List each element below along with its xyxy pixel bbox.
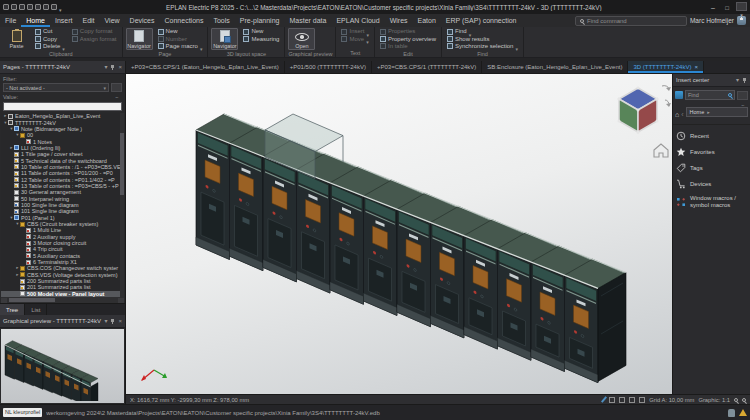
scroll-right-icon[interactable] — [118, 298, 124, 303]
more-options-button[interactable] — [737, 91, 748, 100]
pin-icon[interactable] — [742, 76, 747, 84]
user-account[interactable]: Marc Hofmeijer — [690, 14, 746, 27]
panel-dropdown-icon[interactable] — [104, 61, 107, 74]
save-icon[interactable] — [19, 4, 25, 10]
panel-menu-button[interactable] — [736, 2, 747, 11]
in-table-button[interactable]: In table — [378, 43, 438, 50]
lock-icon[interactable] — [619, 397, 625, 403]
view-cube[interactable] — [618, 87, 659, 134]
copy-format-button[interactable]: Copy format — [70, 28, 119, 35]
synchronize-selection-button[interactable]: Synchronize selection — [445, 43, 520, 50]
tab-tree[interactable]: Tree — [0, 304, 25, 315]
show-results-button[interactable]: Show results — [445, 35, 520, 42]
panel-dropdown-icon[interactable] — [104, 315, 107, 328]
insert-item-window-macros-symbol-macros[interactable]: Window macros / symbol macros — [676, 195, 747, 209]
ribbon-tab-view[interactable]: View — [100, 14, 125, 27]
document-tab[interactable]: +P03=CBS.CPS/1 (Eaton_Hengelo_Eplan_Live… — [126, 61, 285, 73]
document-tab[interactable]: 3D (TTTTTTTT-24kV)× — [628, 61, 704, 73]
ribbon-tab-eplan-cloud[interactable]: EPLAN Cloud — [331, 14, 384, 27]
scrollbar-thumb[interactable] — [9, 298, 55, 302]
back-icon[interactable] — [681, 103, 683, 121]
panel-dropdown-icon[interactable] — [736, 74, 739, 87]
insert-item-devices[interactable]: Devices — [676, 179, 747, 189]
layer-icon[interactable] — [629, 397, 635, 403]
close-tab-icon[interactable]: × — [694, 64, 698, 70]
insert-search-input[interactable] — [688, 92, 726, 98]
graphical-preview[interactable] — [1, 329, 124, 403]
snap-icon[interactable] — [609, 397, 615, 403]
minimize-button[interactable] — [706, 1, 720, 13]
document-tab[interactable]: +P01/500 (TTTTTTTT-24kV) — [285, 61, 372, 73]
ribbon-tab-pre-planning[interactable]: Pre-planning — [235, 14, 285, 27]
filter-dropdown[interactable]: - Not activated - — [3, 83, 109, 92]
ribbon-tab-edit[interactable]: Edit — [77, 14, 99, 27]
ribbon-tab-devices[interactable]: Devices — [125, 14, 160, 27]
breadcrumb[interactable]: Home — [686, 107, 748, 117]
ribbon-tab-wires[interactable]: Wires — [385, 14, 413, 27]
ribbon-tab-master-data[interactable]: Master data — [284, 14, 331, 27]
insert-item-recent[interactable]: Recent — [676, 131, 747, 141]
ribbon-tab-erp-sap-connection[interactable]: ERP (SAP) connection — [441, 14, 522, 27]
delete-button[interactable]: Delete — [33, 43, 67, 50]
pin-icon[interactable] — [110, 317, 115, 325]
cut-button[interactable]: Cut — [33, 28, 67, 35]
paste-button[interactable]: Paste — [3, 28, 30, 50]
number-button[interactable]: Number — [156, 35, 205, 42]
redo-icon[interactable] — [35, 4, 41, 10]
document-tab[interactable]: +P03=CBS.CPS/1 (TTTTTTTT-24kV) — [372, 61, 482, 73]
ribbon-tab-file[interactable]: File — [0, 14, 21, 27]
filter-icon[interactable] — [675, 91, 683, 99]
new-icon[interactable] — [3, 4, 9, 10]
properties-button[interactable]: Properties — [378, 28, 438, 35]
maximize-button[interactable] — [720, 1, 734, 13]
page-tree-item[interactable]: ▸CBS.VDS (Voltage detection system) — [1, 272, 124, 278]
document-tab[interactable]: SB:Enclosure (Eaton_Hengelo_Eplan_Live_E… — [482, 61, 628, 73]
grid-icon[interactable] — [639, 397, 645, 403]
navigator-button[interactable]: Navigator — [126, 28, 153, 50]
insert-item-tags[interactable]: Tags — [676, 163, 747, 173]
print-icon[interactable] — [43, 4, 49, 10]
property-overview-button[interactable]: Property overview — [378, 35, 438, 42]
zoom-in-icon[interactable] — [742, 398, 746, 402]
ribbon-tab-insert[interactable]: Insert — [50, 14, 78, 27]
undo-icon[interactable] — [27, 4, 33, 10]
zoom-out-icon[interactable] — [734, 398, 738, 402]
ribbon-tab-tools[interactable]: Tools — [208, 14, 234, 27]
edit-mode-icon[interactable] — [601, 396, 607, 403]
home-view-icon[interactable] — [654, 144, 668, 157]
3d-viewport[interactable] — [126, 74, 672, 394]
home-icon[interactable] — [675, 103, 679, 121]
rotate-view-icon[interactable] — [662, 86, 671, 107]
filter-more-button[interactable] — [111, 83, 122, 92]
database-icon[interactable] — [728, 409, 735, 417]
3d-model-switchgear-row — [126, 74, 672, 394]
navigator-button[interactable]: Navigator — [211, 28, 238, 50]
ribbon-tab-home[interactable]: Home — [21, 14, 50, 27]
new-icon — [243, 29, 249, 35]
find-command-box[interactable]: Find command — [575, 16, 687, 26]
find-button[interactable]: Find — [445, 28, 520, 35]
value-input[interactable] — [3, 102, 122, 111]
measuring-button[interactable]: Measuring — [241, 35, 281, 42]
scroll-left-icon[interactable] — [1, 298, 7, 303]
page-macro-button[interactable]: Page macro — [156, 43, 205, 50]
page-tree-item[interactable]: 500 Model view - Panel layout — [1, 291, 124, 297]
new-button[interactable]: New — [241, 28, 281, 35]
warning-icon[interactable] — [739, 409, 747, 416]
move-button[interactable]: Move — [339, 35, 371, 42]
ribbon-tab-connections[interactable]: Connections — [160, 14, 209, 27]
close-panel-icon[interactable] — [118, 61, 122, 74]
page-tree-item[interactable]: ▸CBS.COS (Changeover switch syster — [1, 265, 124, 271]
insert-search-box[interactable] — [685, 90, 735, 100]
open-button[interactable]: Open — [288, 28, 315, 50]
ribbon-tab-eaton[interactable]: Eaton — [413, 14, 441, 27]
tab-list[interactable]: List — [25, 304, 47, 315]
close-panel-icon[interactable] — [118, 315, 122, 328]
insert-icon[interactable] — [51, 4, 57, 10]
tree-vertical-scrollbar[interactable] — [120, 113, 124, 297]
insert-item-favorites[interactable]: Favorites — [676, 147, 747, 157]
pin-icon[interactable] — [110, 63, 115, 71]
assign-format-button[interactable]: Assign format — [70, 35, 119, 42]
open-icon[interactable] — [11, 4, 17, 10]
new-button[interactable]: New — [156, 28, 205, 35]
